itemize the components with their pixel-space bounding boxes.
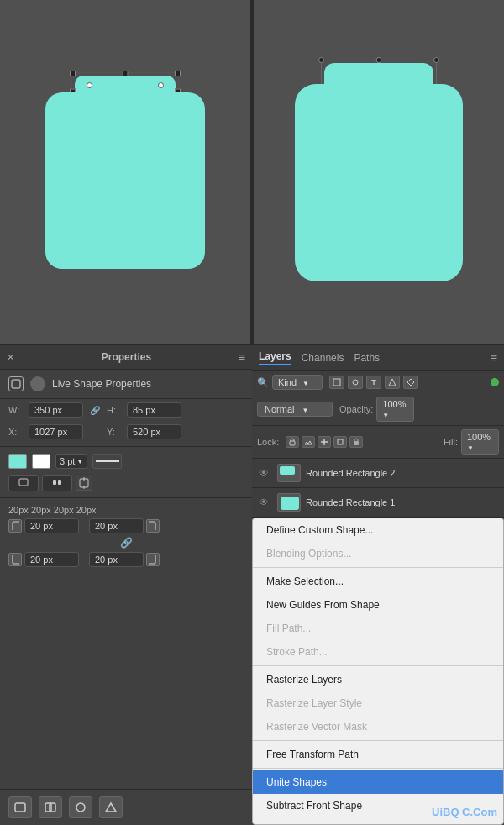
layers-menu-icon[interactable]: ≡ xyxy=(491,351,497,365)
layers-search-row: 🔍 Kind ▼ T xyxy=(252,371,504,393)
filter-icons: T xyxy=(329,376,418,389)
menu-item-make-selection[interactable]: Make Selection... xyxy=(253,570,503,593)
fill-color-swatch[interactable] xyxy=(8,454,27,469)
align-select-1[interactable] xyxy=(8,475,39,491)
svg-marker-11 xyxy=(106,803,116,812)
lock-icon-artboard[interactable] xyxy=(333,436,347,448)
menu-item-rasterize-layers[interactable]: Rasterize Layers xyxy=(253,668,503,691)
menu-item-rasterize-layer-style: Rasterize Layer Style xyxy=(253,691,503,715)
corner-input-2[interactable]: 20 px xyxy=(89,518,144,533)
corner-icon-4 xyxy=(146,553,160,566)
svg-rect-9 xyxy=(50,803,55,812)
corner-group-2: 20 px xyxy=(89,518,160,533)
layers-search-icon: 🔍 xyxy=(257,377,269,388)
action-icon-2[interactable] xyxy=(39,796,62,818)
stroke-color-swatch[interactable] xyxy=(32,454,50,469)
svg-rect-7 xyxy=(15,803,25,812)
menu-item-define-custom-shape[interactable]: Define Custom Shape... xyxy=(253,518,503,542)
clipboard-body-left xyxy=(45,92,205,269)
stroke-size-select[interactable]: 3 pt ▼ xyxy=(55,454,87,469)
eye-icon-2[interactable]: 👁 xyxy=(259,467,272,479)
properties-panel: ✕ Properties ≡ Live Shape Properties W: … xyxy=(0,344,252,825)
menu-item-stroke-path: Stroke Path... xyxy=(253,640,503,664)
menu-item-free-transform[interactable]: Free Transform Path xyxy=(253,743,503,766)
corner-icon-3 xyxy=(8,553,22,566)
layer-thumb-1 xyxy=(277,493,301,512)
filter-icon-smart[interactable] xyxy=(403,376,418,389)
svg-rect-12 xyxy=(333,379,340,386)
svg-rect-19 xyxy=(354,441,359,445)
live-shape-label: Live Shape Properties xyxy=(52,378,151,390)
menu-separator-4 xyxy=(253,768,503,769)
svg-rect-0 xyxy=(12,380,20,388)
menu-item-unite-shapes[interactable]: Unite Shapes xyxy=(253,770,503,794)
menu-item-rasterize-vector-mask: Rasterize Vector Mask xyxy=(253,715,503,738)
filter-icon-image[interactable] xyxy=(329,376,344,389)
blend-opacity-row: Normal ▼ Opacity: 100% ▼ xyxy=(252,393,504,426)
menu-item-unite-shapes-overlap[interactable]: Unite Shapes at Overlap xyxy=(253,817,503,825)
lock-icon-all[interactable] xyxy=(349,436,363,448)
action-icon-4[interactable] xyxy=(99,796,123,818)
corner-input-3[interactable]: 20 px xyxy=(24,552,79,567)
fill-input[interactable]: 100% ▼ xyxy=(461,429,499,455)
h-input[interactable]: 85 px xyxy=(127,402,181,418)
corner-inputs-row2: 20 px 20 px xyxy=(0,550,252,569)
top-canvas-section xyxy=(0,0,504,344)
kind-select[interactable]: Kind ▼ xyxy=(272,375,323,390)
lock-icon-position[interactable] xyxy=(318,436,331,448)
menu-item-new-guides[interactable]: New Guides From Shape xyxy=(253,593,503,617)
action-icon-1[interactable] xyxy=(8,796,32,818)
opacity-input[interactable]: 100% ▼ xyxy=(376,397,414,422)
corner-input-4[interactable]: 20 px xyxy=(89,552,144,567)
stroke-style-selector[interactable] xyxy=(92,454,122,469)
filter-icon-shape[interactable] xyxy=(385,376,400,389)
w-input[interactable]: 350 px xyxy=(29,402,83,418)
left-canvas-panel xyxy=(0,0,252,344)
lock-icon-image[interactable] xyxy=(302,436,315,448)
paths-tab[interactable]: Paths xyxy=(354,352,380,364)
transform-icon[interactable] xyxy=(76,476,92,491)
channels-tab[interactable]: Channels xyxy=(302,352,344,364)
corner-inputs-row1: 20 px 20 px xyxy=(0,517,252,535)
align-select-2[interactable] xyxy=(42,475,72,491)
fill-label: Fill: xyxy=(444,437,458,447)
blend-mode-select[interactable]: Normal ▼ xyxy=(257,402,333,417)
menu-item-blending-options: Blending Options... xyxy=(253,542,503,565)
divider-1 xyxy=(0,446,252,447)
lock-icons xyxy=(286,436,363,448)
right-canvas-panel xyxy=(254,0,504,344)
menu-separator-1 xyxy=(253,567,503,568)
live-shape-icon-circle xyxy=(30,376,45,391)
svg-marker-14 xyxy=(389,379,396,386)
panel-menu-icon[interactable]: ≡ xyxy=(239,350,245,364)
svg-point-13 xyxy=(353,380,358,385)
color-stroke-row: 3 pt ▼ xyxy=(0,450,252,472)
x-input[interactable]: 1027 px xyxy=(29,424,83,439)
panel-controls: ≡ xyxy=(239,350,245,364)
lock-fill-row: Lock: xyxy=(252,426,504,459)
layer-name-1: Rounded Rectangle 1 xyxy=(306,497,497,507)
layer-row-1[interactable]: 👁 Rounded Rectangle 1 xyxy=(252,488,504,518)
panel-close-x[interactable]: ✕ xyxy=(7,352,14,363)
corner-input-1[interactable]: 20 px xyxy=(24,518,79,533)
divider-2 xyxy=(0,497,252,498)
link-center-icon[interactable]: 🔗 xyxy=(120,537,133,549)
layers-tab[interactable]: Layers xyxy=(259,350,291,365)
lock-icon-transparent[interactable] xyxy=(286,436,299,448)
action-icon-3[interactable] xyxy=(69,796,92,818)
xy-row: X: 1027 px 🔗 Y: 520 px xyxy=(0,421,252,443)
svg-rect-18 xyxy=(338,439,343,444)
align-row xyxy=(0,472,252,494)
layer-row-2[interactable]: 👁 Rounded Rectangle 2 xyxy=(252,459,504,488)
y-label: Y: xyxy=(107,427,123,437)
link-icon-wh: 🔗 xyxy=(87,406,103,415)
eye-icon-1[interactable]: 👁 xyxy=(259,497,272,508)
menu-separator-2 xyxy=(253,665,503,666)
corner-group-1: 20 px xyxy=(8,518,79,533)
properties-panel-title: Properties xyxy=(102,351,151,363)
opacity-label: Opacity: xyxy=(339,404,373,414)
y-input[interactable]: 520 px xyxy=(127,424,181,439)
right-section: Layers Channels Paths ≡ 🔍 Kind ▼ xyxy=(252,344,504,825)
filter-icon-type[interactable]: T xyxy=(366,376,381,389)
filter-icon-adjust[interactable] xyxy=(348,376,363,389)
